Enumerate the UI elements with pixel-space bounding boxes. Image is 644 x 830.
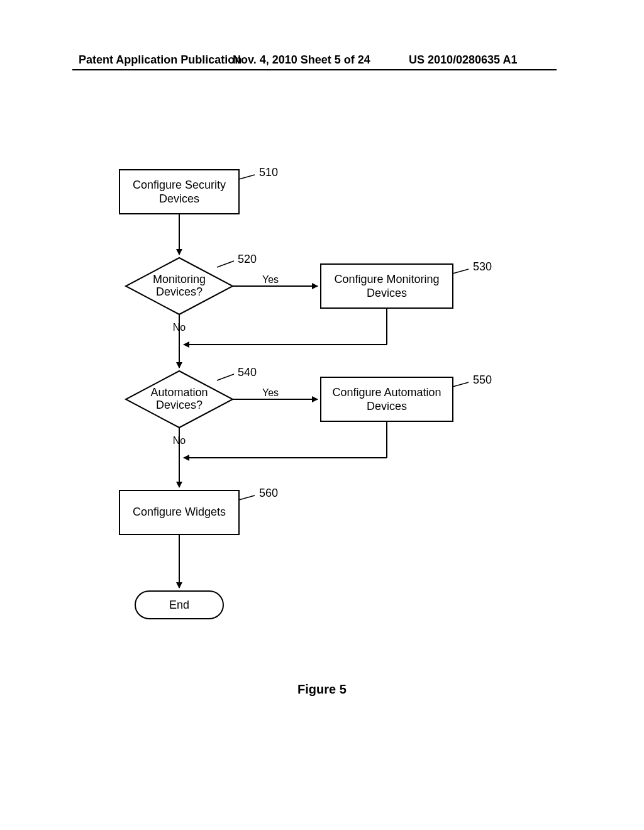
end-label: End bbox=[169, 599, 189, 611]
leader-510 bbox=[239, 175, 255, 179]
step-510-line1: Configure Security bbox=[133, 179, 226, 191]
ref-530: 530 bbox=[473, 260, 492, 273]
header-right: US 2010/0280635 A1 bbox=[409, 53, 517, 67]
header-rule bbox=[72, 69, 557, 70]
step-530-box bbox=[321, 264, 453, 308]
leader-530 bbox=[453, 269, 469, 274]
step-550-line1: Configure Automation bbox=[332, 386, 441, 399]
decision-540-line2: Devices? bbox=[156, 399, 203, 411]
ref-540: 540 bbox=[238, 366, 257, 379]
ref-560: 560 bbox=[259, 487, 278, 499]
step-530-line1: Configure Monitoring bbox=[334, 273, 439, 285]
decision-520-line2: Devices? bbox=[156, 285, 203, 298]
page: Patent Application Publication Nov. 4, 2… bbox=[0, 0, 644, 830]
step-530-line2: Devices bbox=[367, 287, 407, 299]
decision-520-line1: Monitoring bbox=[153, 273, 206, 285]
edge-520-yes-label: Yes bbox=[262, 274, 279, 285]
flowchart: Configure Security Devices 510 Monitorin… bbox=[88, 157, 541, 654]
edge-520-no-label: No bbox=[173, 322, 186, 333]
step-550-line2: Devices bbox=[367, 400, 407, 412]
ref-510: 510 bbox=[259, 166, 278, 179]
edge-540-no-label: No bbox=[173, 435, 186, 446]
ref-520: 520 bbox=[238, 253, 257, 265]
step-510-line2: Devices bbox=[159, 192, 199, 205]
step-510-box bbox=[119, 170, 239, 214]
leader-560 bbox=[239, 495, 255, 500]
header-center: Nov. 4, 2010 Sheet 5 of 24 bbox=[233, 53, 370, 67]
leader-540 bbox=[217, 374, 234, 380]
edge-540-yes-label: Yes bbox=[262, 387, 279, 398]
leader-520 bbox=[217, 261, 234, 267]
step-560-line1: Configure Widgets bbox=[133, 506, 226, 518]
leader-550 bbox=[453, 382, 469, 387]
ref-550: 550 bbox=[473, 374, 492, 386]
decision-540-line1: Automation bbox=[150, 386, 208, 399]
step-550-box bbox=[321, 377, 453, 421]
header-left: Patent Application Publication bbox=[79, 53, 242, 67]
figure-caption: Figure 5 bbox=[0, 682, 644, 697]
